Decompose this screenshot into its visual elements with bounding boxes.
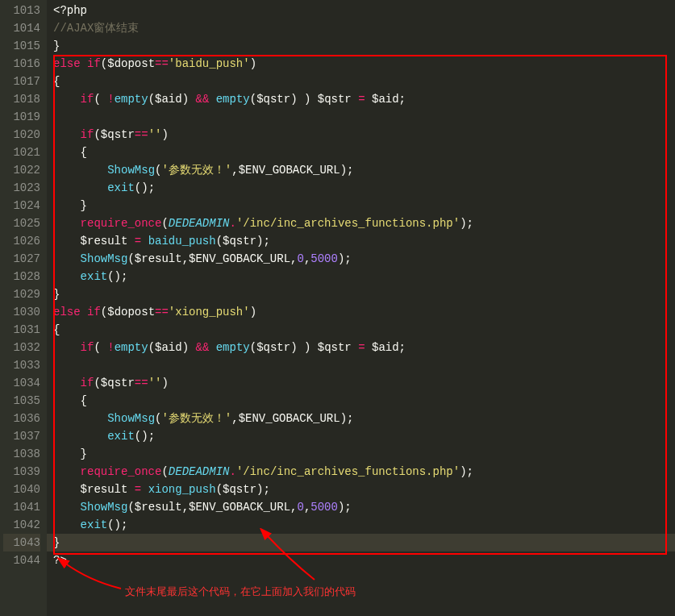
code-token: ( [216,483,223,496]
code-token: $qstr [223,483,256,496]
line-number: 1028 [3,268,40,285]
line-number: 1044 [3,551,40,569]
code-token: } [53,536,60,549]
code-token: ) [161,377,168,389]
code-token: { [53,146,87,159]
code-token [352,93,358,106]
code-line[interactable]: <?php [47,2,675,19]
code-line[interactable]: { [47,73,675,90]
code-token: $dopost [107,57,155,70]
code-token: ( [127,501,134,514]
code-token: $aid [155,93,182,106]
code-token: exit [81,270,108,283]
code-line[interactable] [47,356,675,374]
code-line[interactable]: } [47,445,675,463]
code-token [141,483,148,496]
code-line[interactable]: require_once(DEDEADMIN.'/inc/inc_archive… [47,463,675,481]
code-line[interactable]: $result = baidu_push($qstr); [47,232,675,250]
code-token: ( [94,128,100,141]
code-token: (); [135,430,155,443]
code-line[interactable]: $result = xiong_push($qstr); [47,481,675,498]
code-token: $dopost [107,306,155,318]
code-line[interactable]: exit(); [47,179,675,197]
code-token: ( [94,93,107,106]
code-token: ( [148,341,155,354]
code-token: $qstr [318,341,352,354]
code-line[interactable]: //AJAX窗体结束 [47,19,675,37]
code-token: $qstr [101,377,135,389]
code-token: $qstr [223,235,256,248]
code-token: ); [256,483,270,496]
code-line[interactable]: if($qstr=='') [47,126,675,144]
code-line[interactable]: { [47,321,675,339]
code-token [141,235,148,248]
code-token: $ENV_GOBACK_URL [239,164,340,177]
code-token: $ENV_GOBACK_URL [239,412,340,425]
code-token: require_once [81,465,162,478]
code-token: '' [148,377,162,389]
code-token: $qstr [256,341,290,354]
code-line[interactable]: require_once(DEDEADMIN.'/inc/inc_archive… [47,214,675,232]
line-number: 1031 [3,321,40,339]
code-line[interactable]: } [47,197,675,214]
code-line[interactable]: if( !empty($aid) && empty($qstr) ) $qstr… [47,339,675,356]
line-number: 1029 [3,285,40,303]
code-token: . [229,217,235,230]
code-line[interactable]: } [47,285,675,303]
code-token: = [135,235,141,248]
code-line[interactable]: exit(); [47,516,675,534]
line-number: 1015 [3,37,40,55]
code-line[interactable]: else if($dopost=='baidu_push') [47,55,675,73]
code-token: { [53,394,87,407]
code-line[interactable]: else if($dopost=='xiong_push') [47,303,675,321]
code-line[interactable]: ShowMsg($result,$ENV_GOBACK_URL,0,5000); [47,250,675,268]
code-line[interactable]: if( !empty($aid) && empty($qstr) ) $qstr… [47,90,675,108]
line-number: 1037 [3,427,40,445]
code-token: ! [107,341,114,354]
code-line[interactable]: ShowMsg('参数无效！',$ENV_GOBACK_URL); [47,161,675,179]
code-content[interactable]: <?php//AJAX窗体结束}else if($dopost=='baidu_… [47,0,675,616]
code-token: ); [340,164,354,177]
code-line[interactable]: exit(); [47,268,675,285]
code-token: { [53,323,60,336]
code-token: <?php [53,4,87,17]
code-line[interactable]: ?> [47,551,675,569]
code-token: ShowMsg [107,164,155,177]
code-line[interactable] [47,108,675,126]
code-token [209,341,215,354]
code-line[interactable]: ShowMsg('参数无效！',$ENV_GOBACK_URL); [47,410,675,427]
code-token: ) [250,57,256,70]
line-number: 1014 [3,19,40,37]
code-line[interactable]: { [47,392,675,410]
code-token: 0 [297,501,303,514]
code-line[interactable]: exit(); [47,427,675,445]
code-line[interactable]: { [47,144,675,161]
code-token: , [231,412,238,425]
code-token [365,341,372,354]
line-number: 1035 [3,392,40,410]
code-token: ( [216,235,223,248]
code-editor[interactable]: 1013101410151016101710181019102010211022… [0,0,675,616]
line-number: 1019 [3,108,40,126]
line-number: 1020 [3,126,40,144]
code-line[interactable]: ShowMsg($result,$ENV_GOBACK_URL,0,5000); [47,498,675,516]
code-token: } [53,288,60,301]
code-token: ! [107,93,114,106]
code-token: = [358,93,365,106]
code-token: exit [81,518,108,531]
line-number: 1043 [3,534,40,551]
line-number: 1042 [3,516,40,534]
code-token [53,341,81,354]
code-line[interactable]: } [47,37,675,55]
code-token: ); [338,252,352,265]
code-token: //AJAX窗体结束 [53,22,139,35]
code-token: ( [101,57,107,70]
code-line[interactable]: if($qstr=='') [47,374,675,392]
code-token: == [155,306,169,318]
annotation-text: 文件末尾最后这个代码，在它上面加入我们的代码 [125,585,356,599]
code-token [81,57,87,70]
code-token [53,128,81,141]
code-token: $ENV_GOBACK_URL [189,501,290,514]
code-line[interactable]: } [47,534,675,551]
code-token: xiong_push [148,483,216,496]
